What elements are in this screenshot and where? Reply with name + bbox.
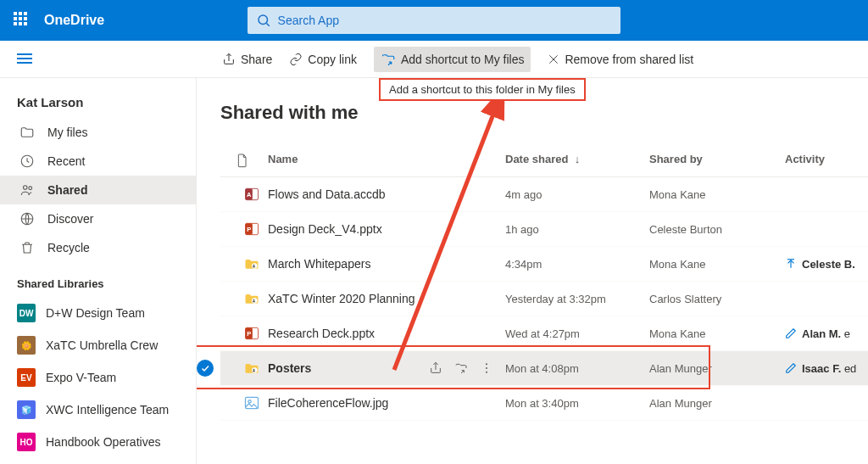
svg-point-0 bbox=[259, 15, 268, 25]
file-name: Posters bbox=[268, 361, 311, 375]
sidebar-item-label: Recycle bbox=[47, 241, 90, 254]
share-icon bbox=[222, 53, 236, 66]
svg-text:A: A bbox=[247, 191, 252, 198]
file-type-icon: P bbox=[220, 221, 268, 238]
row-shortcut-icon[interactable] bbox=[454, 361, 468, 375]
date-shared: 4:34pm bbox=[505, 258, 649, 271]
clock-icon bbox=[17, 154, 37, 169]
link-icon bbox=[289, 53, 303, 66]
col-activity[interactable]: Activity bbox=[785, 153, 868, 170]
svg-point-30 bbox=[486, 367, 487, 369]
col-sharedby[interactable]: Shared by bbox=[649, 153, 785, 170]
folder-shortcut-icon bbox=[381, 52, 396, 67]
activity-text: Celeste B. bbox=[802, 258, 855, 271]
date-shared: Yesterday at 3:32pm bbox=[505, 293, 649, 305]
app-header: OneDrive bbox=[0, 0, 868, 41]
svg-point-33 bbox=[248, 400, 251, 403]
table-row[interactable]: XaTC Winter 2020 Planning Yesterday at 3… bbox=[220, 282, 868, 316]
file-type-icon bbox=[220, 394, 268, 411]
sidebar-item-recent[interactable]: Recent bbox=[0, 147, 196, 176]
shared-by: Alan Munger bbox=[649, 362, 785, 375]
svg-point-29 bbox=[486, 363, 487, 365]
library-badge: HO bbox=[17, 433, 36, 451]
add-shortcut-button[interactable]: Add shortcut to My files bbox=[374, 47, 531, 72]
library-item[interactable]: EV Expo V-Team bbox=[0, 361, 196, 394]
library-label: D+W Design Team bbox=[46, 306, 145, 320]
library-badge: EV bbox=[17, 368, 36, 387]
sidebar-item-recycle[interactable]: Recycle bbox=[0, 233, 196, 262]
col-date[interactable]: Date shared ↓ bbox=[505, 153, 649, 170]
shared-by: Carlos Slattery bbox=[649, 293, 785, 305]
date-shared: Mon at 4:08pm bbox=[505, 362, 649, 375]
file-name: Flows and Data.accdb bbox=[268, 187, 386, 201]
col-name[interactable]: Name bbox=[268, 153, 505, 170]
file-type-icon bbox=[220, 360, 268, 377]
svg-point-21 bbox=[252, 298, 258, 304]
app-name: OneDrive bbox=[44, 13, 104, 28]
shared-by: Mona Kane bbox=[649, 258, 785, 271]
activity-icon bbox=[785, 362, 797, 374]
svg-point-8 bbox=[24, 186, 28, 190]
library-item[interactable]: 🧊 XWC Intelligence Team bbox=[0, 394, 196, 426]
row-share-icon[interactable] bbox=[429, 361, 442, 375]
file-type-icon bbox=[220, 255, 268, 272]
svg-point-9 bbox=[29, 187, 32, 190]
library-label: XaTC Umbrella Crew bbox=[46, 338, 158, 352]
date-shared: Wed at 4:27pm bbox=[505, 327, 649, 340]
sidebar-item-label: Recent bbox=[47, 154, 85, 168]
library-item[interactable]: DW D+W Design Team bbox=[0, 297, 196, 329]
share-button[interactable]: Share bbox=[222, 53, 272, 66]
library-badge: 🧊 bbox=[17, 400, 36, 419]
library-item[interactable]: 🌼 XaTC Umbrella Crew bbox=[0, 329, 196, 361]
file-type-icon bbox=[220, 290, 268, 307]
sidebar: Kat Larson My files Recent Shared Discov… bbox=[0, 78, 197, 464]
people-icon bbox=[17, 182, 37, 198]
svg-point-31 bbox=[486, 372, 487, 373]
globe-icon bbox=[17, 211, 37, 226]
svg-text:P: P bbox=[247, 226, 251, 233]
table-row[interactable]: P Design Deck_V4.pptx 1h ago Celeste Bur… bbox=[220, 212, 868, 247]
table-row[interactable]: Posters Mon at 4:08pm Alan Munger Isaac … bbox=[220, 351, 868, 386]
row-more-icon[interactable] bbox=[480, 361, 493, 375]
sidebar-item-shared[interactable]: Shared bbox=[0, 176, 196, 204]
activity-text: Isaac F. ed bbox=[802, 362, 856, 375]
search-icon bbox=[256, 13, 271, 28]
sidebar-item-myfiles[interactable]: My files bbox=[0, 118, 196, 147]
date-shared: 4m ago bbox=[505, 188, 649, 201]
file-type-icon: P bbox=[220, 325, 268, 342]
sidebar-item-label: Discover bbox=[47, 212, 93, 226]
main-content: Shared with me Name Date shared ↓ Shared… bbox=[197, 78, 868, 464]
trash-icon bbox=[17, 240, 37, 255]
copy-link-button[interactable]: Copy link bbox=[289, 53, 357, 66]
app-launcher-icon[interactable] bbox=[14, 12, 31, 29]
activity-icon bbox=[785, 327, 797, 339]
shared-by: Celeste Burton bbox=[649, 223, 785, 236]
search-input[interactable] bbox=[248, 7, 620, 34]
activity-icon bbox=[785, 258, 797, 270]
search-container bbox=[248, 7, 620, 34]
table-row[interactable]: March Whitepapers 4:34pm Mona Kane Celes… bbox=[220, 247, 868, 282]
remove-shared-button[interactable]: Remove from shared list bbox=[548, 53, 693, 66]
file-name: March Whitepapers bbox=[268, 257, 370, 271]
svg-point-18 bbox=[253, 265, 255, 266]
library-item[interactable]: HO Handbook Operatives bbox=[0, 426, 196, 458]
table-row[interactable]: A Flows and Data.accdb 4m ago Mona Kane bbox=[220, 177, 868, 212]
table-row[interactable]: P Research Deck.pptx Wed at 4:27pm Mona … bbox=[220, 316, 868, 351]
library-label: Expo V-Team bbox=[46, 371, 116, 384]
user-name: Kat Larson bbox=[0, 95, 196, 118]
table-header: Name Date shared ↓ Shared by Activity bbox=[220, 146, 868, 177]
file-name: XaTC Winter 2020 Planning bbox=[268, 292, 415, 305]
menu-toggle-icon[interactable] bbox=[17, 51, 32, 66]
page-title: Shared with me bbox=[220, 102, 868, 124]
shared-by: Mona Kane bbox=[649, 327, 785, 340]
table-row[interactable]: FileCoherenceFlow.jpg Mon at 3:40pm Alan… bbox=[220, 386, 868, 421]
file-name: Research Deck.pptx bbox=[268, 327, 375, 340]
shared-by: Alan Munger bbox=[649, 397, 785, 410]
svg-point-27 bbox=[253, 369, 255, 371]
sidebar-item-discover[interactable]: Discover bbox=[0, 204, 196, 233]
svg-point-17 bbox=[252, 263, 258, 269]
file-type-icon: A bbox=[220, 186, 268, 203]
shared-by: Mona Kane bbox=[649, 188, 785, 201]
row-check-icon[interactable] bbox=[197, 360, 214, 377]
library-badge: DW bbox=[17, 304, 36, 322]
